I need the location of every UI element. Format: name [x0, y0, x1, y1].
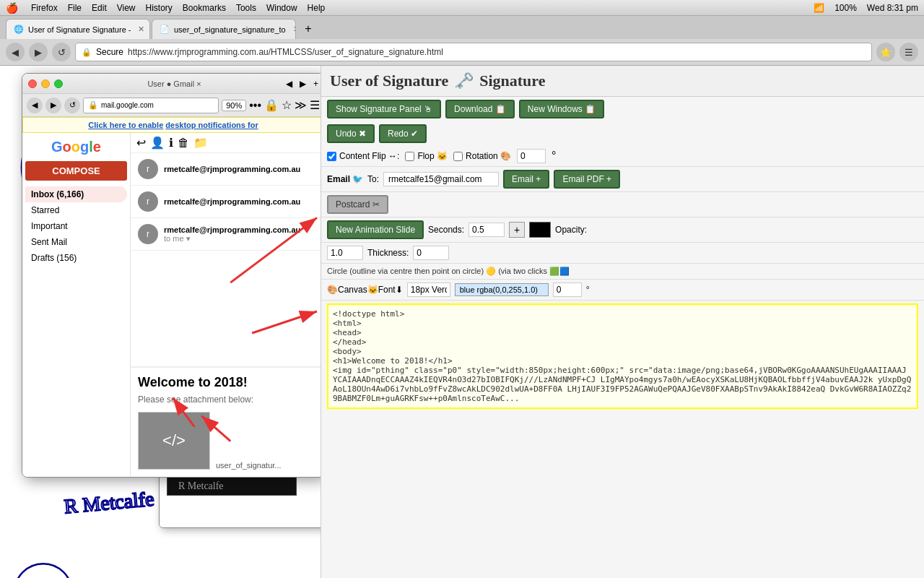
- gmail-forward-btn[interactable]: ▶: [45, 98, 61, 113]
- browser-tab-1[interactable]: 🌐 User of Signature Signature - ✕: [6, 19, 150, 39]
- email-toolbar: ↩ 👤 ℹ 🗑 📁: [131, 133, 321, 153]
- color-swatch[interactable]: [529, 222, 551, 238]
- main-content: H N Y R M R Metcalfe User ● Gmail × ◀: [0, 66, 924, 578]
- battery-indicator: 100%: [834, 3, 857, 13]
- tab2-close[interactable]: ✕: [293, 25, 296, 34]
- tab1-favicon: 🌐: [14, 25, 24, 34]
- opacity-input[interactable]: [327, 246, 363, 260]
- download-btn[interactable]: Download 📋: [445, 100, 515, 118]
- menu-view[interactable]: View: [117, 3, 136, 13]
- gmail-star-icon[interactable]: ☆: [282, 98, 292, 112]
- right-panel-scroll: Show Signature Panel 🖱 Download 📋 New Wi…: [321, 97, 924, 578]
- address-bar[interactable]: 🔒 Secure https://www.rjmprogramming.com.…: [75, 43, 872, 61]
- email-label: Email 🐦: [327, 174, 363, 184]
- email-item-2[interactable]: r rmetcalfe@rjmprogramming.com.au: [131, 186, 321, 218]
- delete-icon[interactable]: 🗑: [178, 137, 189, 150]
- thickness-input[interactable]: [413, 246, 449, 260]
- back-btn[interactable]: ◀: [6, 43, 25, 61]
- attachment-thumb[interactable]: </>: [138, 412, 210, 470]
- canvas-deg-label: °: [586, 285, 590, 295]
- gmail-menu-dots[interactable]: •••: [249, 99, 261, 112]
- color-input[interactable]: [455, 283, 549, 296]
- browser-tabs: 🌐 User of Signature Signature - ✕ 📄 user…: [0, 16, 924, 39]
- rotation-input[interactable]: [517, 149, 546, 163]
- menu-file[interactable]: File: [68, 3, 82, 13]
- seconds-inc-btn[interactable]: +: [509, 222, 525, 238]
- gmail-back-btn[interactable]: ◀: [27, 98, 43, 113]
- menu-window[interactable]: Window: [266, 3, 297, 13]
- content-flip-checkbox[interactable]: [327, 152, 336, 161]
- gmail-lock2-icon[interactable]: 🔒: [264, 98, 279, 112]
- menu-tools[interactable]: Tools: [236, 3, 256, 13]
- important-item[interactable]: Important: [25, 218, 127, 234]
- email-pdf-btn[interactable]: Email PDF +: [554, 170, 620, 189]
- person-icon[interactable]: 👤: [150, 136, 165, 150]
- rotation-checkbox[interactable]: [453, 152, 463, 161]
- drafts-item[interactable]: Drafts (156): [25, 250, 127, 266]
- refresh-btn[interactable]: ↺: [52, 43, 71, 61]
- redo-btn[interactable]: Redo ✔: [379, 124, 427, 143]
- next-arrow[interactable]: ▶: [300, 79, 306, 89]
- notif-link[interactable]: Click here to enable: [88, 121, 163, 129]
- gmail-nav-arrows[interactable]: ◀ ▶ +: [286, 79, 318, 89]
- show-signature-btn[interactable]: Show Signature Panel 🖱: [327, 100, 441, 118]
- folder-icon[interactable]: 📁: [193, 136, 208, 150]
- seconds-input[interactable]: [468, 223, 505, 237]
- menu-edit[interactable]: Edit: [92, 3, 107, 13]
- gmail-address-bar[interactable]: 🔒 mail.google.com: [83, 98, 219, 113]
- email-sender-3: rmetcalfe@rjmprogramming.com.au: [164, 225, 300, 234]
- canvas-deg-input[interactable]: [553, 282, 582, 297]
- new-tab-icon[interactable]: +: [313, 79, 318, 89]
- menu-help[interactable]: Help: [308, 3, 326, 13]
- new-anim-slide-btn[interactable]: New Animation Slide: [327, 220, 424, 239]
- menu-firefox[interactable]: Firefox: [31, 3, 58, 13]
- gmail-refresh-btn[interactable]: ↺: [64, 98, 80, 113]
- gmail-hamburger-icon[interactable]: ☰: [310, 98, 320, 112]
- maximize-window-btn[interactable]: [54, 79, 63, 88]
- close-window-btn[interactable]: [28, 79, 37, 88]
- email-btn[interactable]: Email +: [503, 170, 549, 189]
- email-item-1[interactable]: r rmetcalfe@rjmprogramming.com.au: [131, 153, 321, 186]
- postcard-btn[interactable]: Postcard ✂: [327, 195, 388, 214]
- canvas-font-section: 🎨Canvas🐱Font⬇ °: [321, 280, 924, 301]
- compose-btn[interactable]: COMPOSE: [25, 161, 127, 181]
- browser-tab-2[interactable]: 📄 user_of_signature_signature_to ✕: [152, 19, 296, 39]
- flop-check[interactable]: Flop 🐱: [405, 151, 448, 161]
- new-tab-btn[interactable]: +: [297, 19, 319, 39]
- right-panel: User of Signature 🗝️ Signature Show Sign…: [321, 66, 924, 578]
- menu-bookmarks[interactable]: Bookmarks: [183, 3, 226, 13]
- tab1-close[interactable]: ✕: [138, 25, 144, 34]
- gmail-sidebar: G o o g l e COMPOSE Inbox (6,166) Starre…: [22, 133, 131, 477]
- zoom-badge[interactable]: 90%: [222, 100, 246, 111]
- reply-icon[interactable]: ↩: [136, 136, 146, 150]
- code-area[interactable]: <!doctype html> <html> <head> </head> <b…: [327, 303, 918, 409]
- gmail-window: User ● Gmail × ◀ ▶ + ◀ ▶ ↺ 🔒 mail.google…: [22, 73, 321, 478]
- notification-bar: Click here to enable desktop notificatio…: [22, 117, 321, 133]
- prev-arrow[interactable]: ◀: [286, 79, 292, 89]
- code-icon: </>: [162, 431, 186, 450]
- undo-btn[interactable]: Undo ✖: [327, 124, 375, 143]
- rotation-check[interactable]: Rotation 🎨: [453, 151, 511, 161]
- opacity-thickness-section: Thickness:: [321, 243, 924, 264]
- flop-checkbox[interactable]: [405, 152, 414, 161]
- email-sender-2: rmetcalfe@rjmprogramming.com.au: [164, 197, 300, 206]
- forward-btn[interactable]: ▶: [29, 43, 48, 61]
- starred-item[interactable]: Starred: [25, 202, 127, 218]
- menu-btn[interactable]: ☰: [899, 43, 918, 61]
- btn-row-2: Undo ✖ Redo ✔: [321, 121, 924, 146]
- menu-history[interactable]: History: [146, 3, 173, 13]
- font-size-input[interactable]: [407, 282, 450, 297]
- bookmark-btn[interactable]: ⭐: [876, 43, 895, 61]
- inbox-item[interactable]: Inbox (6,166): [25, 186, 127, 202]
- content-flip-check[interactable]: Content Flip ↔:: [327, 151, 399, 161]
- sent-item[interactable]: Sent Mail: [25, 234, 127, 250]
- svg-text:R Metcalfe: R Metcalfe: [178, 480, 224, 491]
- minimize-window-btn[interactable]: [41, 79, 50, 88]
- gmail-overflow-icon[interactable]: ≫: [295, 98, 307, 112]
- content-flip-label: Content Flip ↔:: [339, 151, 399, 161]
- apple-icon[interactable]: 🍎: [6, 2, 18, 14]
- email-to-input[interactable]: [383, 172, 499, 186]
- info-icon[interactable]: ℹ: [169, 136, 173, 150]
- email-item-3[interactable]: r rmetcalfe@rjmprogramming.com.au to me …: [131, 218, 321, 251]
- new-windows-btn[interactable]: New Windows 📋: [519, 100, 604, 118]
